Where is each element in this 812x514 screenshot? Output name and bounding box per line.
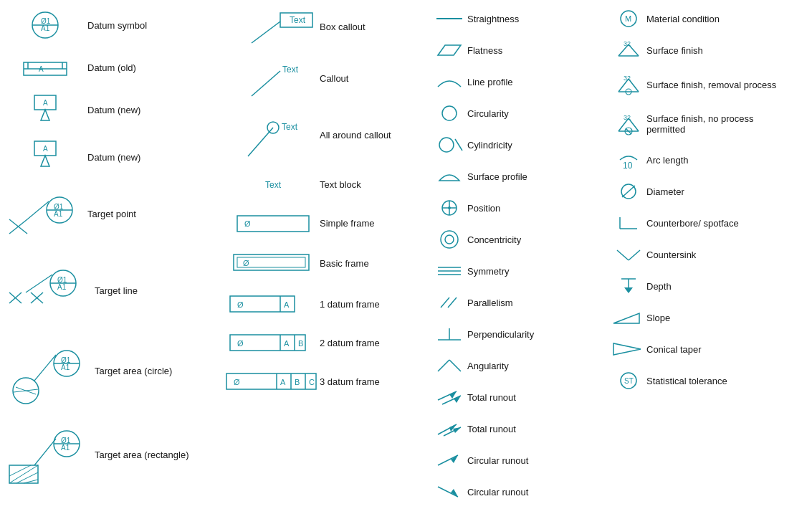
row-symmetry: Symmetry: [431, 260, 608, 282]
symbol-simple-frame: Ø: [226, 212, 320, 234]
symbol-1-datum-frame: Ø A: [226, 293, 320, 315]
svg-text:32: 32: [624, 75, 631, 82]
label-slope: Slope: [646, 313, 794, 323]
label-depth: Depth: [646, 281, 794, 292]
symbol-slope: [611, 308, 646, 328]
row-circularity: Circularity: [431, 102, 608, 125]
symbol-material-condition: M: [611, 10, 646, 27]
label-box-callout: Box callout: [320, 22, 429, 32]
row-datum-symbol: Ø1 A1 Datum symbol: [6, 7, 221, 43]
svg-line-95: [441, 298, 449, 308]
svg-text:Text: Text: [265, 180, 282, 190]
row-total-runout1: Total runout: [431, 386, 608, 409]
label-diameter: Diameter: [646, 186, 794, 197]
svg-text:A: A: [280, 378, 286, 386]
symbol-all-around-callout: Text: [226, 110, 320, 160]
label-datum-symbol: Datum symbol: [85, 20, 221, 31]
row-cylindricity: Cylindricity: [431, 133, 608, 156]
row-2-datum-frame: Ø A B 2 datum frame: [226, 328, 429, 357]
svg-text:A1: A1: [41, 24, 50, 32]
svg-line-96: [448, 298, 457, 308]
svg-line-135: [617, 250, 629, 260]
svg-text:ST: ST: [624, 377, 634, 385]
label-conical-taper: Conical taper: [646, 344, 794, 355]
label-straightness: Straightness: [467, 14, 608, 24]
row-angularity: Angularity: [431, 354, 608, 377]
label-cylindricity: Cylindricity: [467, 140, 608, 151]
symbol-flatness: [431, 42, 467, 58]
svg-text:Ø: Ø: [237, 300, 244, 309]
symbol-text-block: Text: [226, 172, 320, 197]
label-basic-frame: Basic frame: [320, 258, 429, 269]
row-material-condition: M Material condition: [611, 7, 794, 30]
row-target-area-rect: Ø1 A1 Target area (rectangle): [6, 422, 221, 492]
label-total-runout1: Total runout: [467, 392, 608, 403]
row-flatness: Flatness: [431, 39, 608, 62]
label-position: Position: [467, 203, 608, 214]
row-position: Position: [431, 196, 608, 219]
svg-text:Ø: Ø: [237, 339, 244, 348]
svg-text:Ø: Ø: [234, 378, 240, 386]
label-target-line: Target line: [92, 267, 221, 296]
svg-line-34: [34, 355, 56, 381]
col1-datum-symbols: Ø1 A1 Datum symbol A Datum (old): [6, 7, 221, 512]
row-all-around-callout: Text All around callout: [226, 110, 429, 160]
svg-text:32: 32: [624, 40, 631, 47]
row-circular-runout1: Circular runout: [431, 449, 608, 472]
label-parallelism: Parallelism: [467, 298, 608, 308]
row-depth: Depth: [611, 275, 794, 298]
symbol-target-line: Ø1 A1: [6, 267, 92, 332]
label-concentricity: Concentricity: [467, 234, 608, 245]
label-simple-frame: Simple frame: [320, 218, 429, 229]
col4-additional: M Material condition 32 Surface finish: [608, 7, 794, 512]
svg-point-89: [448, 206, 451, 209]
row-slope: Slope: [611, 306, 794, 329]
symbol-datum-new2: A: [6, 138, 85, 177]
label-countersink: Countersink: [646, 249, 794, 260]
svg-marker-110: [451, 455, 458, 463]
svg-text:32: 32: [624, 114, 631, 121]
label-counterbore-spotface: Counterbore/ spotface: [646, 218, 794, 229]
label-statistical-tolerance: Statistical tolerance: [646, 376, 794, 386]
row-line-profile: Line profile: [431, 70, 608, 93]
svg-line-17: [27, 201, 49, 219]
label-flatness: Flatness: [467, 45, 608, 56]
symbol-circularity: [431, 105, 467, 122]
label-circular-runout1: Circular runout: [467, 455, 608, 466]
label-angularity: Angularity: [467, 361, 608, 371]
symbol-line-profile: [431, 74, 467, 90]
symbol-surface-finish-removal: 32: [611, 72, 646, 97]
svg-text:Ø: Ø: [243, 259, 249, 267]
main-container: Ø1 A1 Datum symbol A Datum (old): [0, 0, 812, 514]
row-circular-runout2: Circular runout: [431, 480, 608, 503]
symbol-straightness: [431, 11, 467, 26]
symbol-surface-profile: [431, 168, 467, 185]
label-text-block: Text block: [320, 179, 429, 190]
row-statistical-tolerance: ST Statistical tolerance: [611, 369, 794, 392]
symbol-total-runout2: [431, 419, 467, 439]
svg-text:M: M: [625, 14, 631, 23]
svg-point-84: [439, 138, 454, 152]
symbol-symmetry: [431, 263, 467, 279]
svg-marker-108: [453, 427, 461, 433]
row-surface-finish: 32 Surface finish: [611, 39, 794, 62]
svg-text:A1: A1: [54, 210, 63, 218]
symbol-counterbore-spotface: [611, 213, 646, 233]
symbol-3-datum-frame: Ø A B C: [226, 371, 320, 392]
row-target-area-circle: Ø1 A1 Target area (circle): [6, 342, 221, 412]
symbol-callout: Text: [226, 57, 320, 100]
symbol-datum-old: A: [6, 57, 85, 77]
label-surface-profile: Surface profile: [467, 171, 608, 182]
svg-text:10: 10: [623, 161, 633, 171]
svg-marker-139: [624, 287, 633, 293]
symbol-perpendicularity: [431, 325, 467, 343]
svg-text:A1: A1: [61, 363, 70, 371]
row-surface-finish-removal: 32 Surface finish, removal process: [611, 70, 794, 99]
svg-text:Text: Text: [290, 15, 306, 25]
svg-text:C: C: [309, 378, 315, 386]
row-box-callout: Text Box callout: [226, 7, 429, 47]
row-concentricity: Concentricity: [431, 228, 608, 251]
symbol-countersink: [611, 244, 646, 265]
symbol-total-runout1: [431, 387, 467, 407]
label-target-area-rect: Target area (rectangle): [92, 428, 221, 460]
